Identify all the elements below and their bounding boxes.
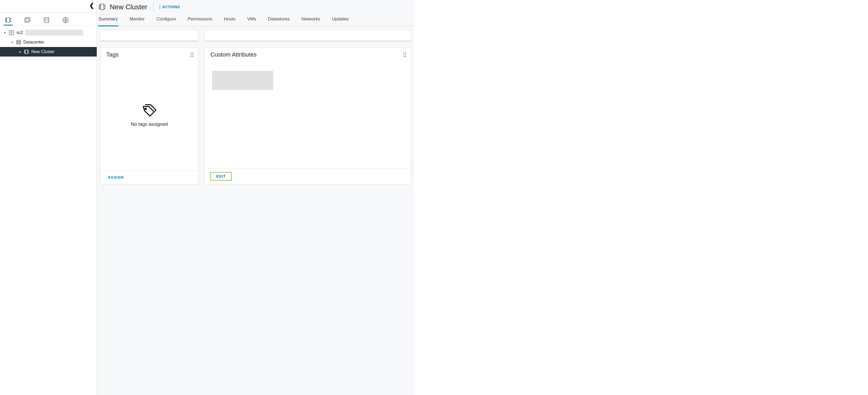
empty-state-text: No tags assigned [131,122,168,127]
hosts-clusters-view-tab[interactable] [4,17,13,26]
tree-node-label: Datacenter [23,40,44,44]
svg-rect-8 [17,40,21,44]
sidebar-topbar: ❮ [0,0,97,13]
networking-icon [62,17,69,23]
storage-view-tab[interactable] [42,17,51,26]
tab-configure[interactable]: Configure [156,14,177,26]
cluster-icon [99,3,106,11]
tab-permissions[interactable]: Permissions [187,14,213,26]
expand-caret-icon[interactable]: ▾ [11,41,14,44]
drag-handle-icon[interactable] [190,52,193,57]
page-title: New Cluster [110,3,148,11]
inventory-view-tabs [0,13,97,26]
tab-monitor[interactable]: Monitor [129,14,145,26]
drag-handle-icon[interactable] [403,52,406,57]
cluster-icon [24,49,29,55]
title-divider [153,3,154,11]
storage-icon [43,17,50,23]
object-titlebar: New Cluster ACTIONS [97,0,414,14]
datacenter-icon [16,39,21,45]
expand-caret-icon[interactable]: ▸ [19,50,22,53]
tab-updates[interactable]: Updates [331,14,349,26]
summary-content: Tags No tags assigned ASSIGN [97,27,414,188]
expand-caret-icon[interactable]: ▾ [3,31,6,34]
svg-rect-15 [28,51,28,53]
tags-card: Tags No tags assigned ASSIGN [100,47,198,185]
tab-datastores[interactable]: Datastores [267,14,290,26]
edit-button[interactable]: EDIT [210,172,232,180]
vms-templates-icon [24,17,31,23]
card-stub [100,30,198,41]
vms-templates-view-tab[interactable] [23,17,32,26]
main-content: New Cluster ACTIONS Summary Monitor Conf… [97,0,414,395]
svg-point-19 [145,108,146,110]
card-title: Tags [106,51,119,58]
svg-rect-4 [26,18,30,21]
svg-point-5 [44,18,49,19]
svg-rect-16 [100,4,104,10]
tree-node-label: New Cluster [31,50,55,54]
tree-node-cluster[interactable]: ▸ New Cluster [0,47,97,57]
tree-node-datacenter[interactable]: ▾ Datacenter [0,37,97,47]
vcenter-icon [8,30,14,36]
svg-rect-3 [25,19,29,22]
tab-summary[interactable]: Summary [98,14,119,26]
actions-label: ACTIONS [162,5,180,9]
tree-node-label: sc2 [17,30,23,35]
tab-hosts[interactable]: Hosts [223,14,236,26]
inventory-sidebar: ❮ [0,0,97,395]
redacted-text [25,30,83,36]
tree-node-vcenter[interactable]: ▾ sc2 [0,28,97,37]
sidebar-collapse-icon[interactable]: ❮ [89,2,94,9]
tags-icon [142,103,156,118]
svg-rect-17 [99,5,100,9]
svg-rect-14 [25,51,25,53]
hosts-clusters-icon [5,17,11,23]
tab-vms[interactable]: VMs [247,14,257,26]
card-stub [204,30,411,41]
assign-button[interactable]: ASSIGN [106,174,125,180]
card-title: Custom Attributes [210,51,257,58]
tab-networks[interactable]: Networks [301,14,321,26]
vertical-dots-icon [159,5,160,9]
redacted-content [212,71,273,90]
inventory-tree: ▾ sc2 ▾ Datacenter ▸ New Cluster [0,26,97,57]
networking-view-tab[interactable] [61,17,70,26]
actions-menu-button[interactable]: ACTIONS [159,5,180,9]
object-tabs: Summary Monitor Configure Permissions Ho… [97,14,414,27]
svg-rect-18 [104,5,105,9]
svg-rect-2 [9,18,11,22]
custom-attributes-card: Custom Attributes EDIT [204,47,411,185]
